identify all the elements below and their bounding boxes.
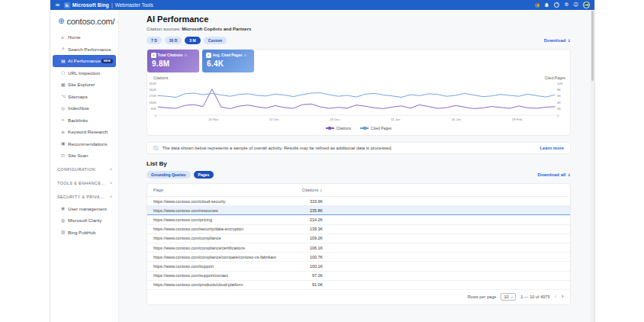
sidebar-item-user-management[interactable]: ◉User management — [53, 203, 116, 215]
sidebar-item-bing-pubhub[interactable]: ▥Bing PubHub — [53, 227, 116, 239]
sidebar-item-site-explorer[interactable]: ▦Site Explorer — [53, 79, 116, 91]
svg-text:90K: 90K — [151, 107, 157, 111]
keyword-research-icon: ≡ — [61, 130, 68, 134]
left-axis-title: Citations — [153, 76, 168, 80]
rows-per-page-select[interactable]: 10 ∨ — [501, 293, 516, 301]
section-label: CONFIGURATION — [57, 167, 95, 172]
legend-item-citations[interactable]: Citations — [326, 126, 351, 130]
citations-cell: 235.8K — [288, 208, 323, 213]
settings-gear-icon[interactable]: ⚙ — [564, 2, 568, 8]
legend-label: Citations — [336, 126, 351, 130]
table-row[interactable]: https://www.contoso.com/resources235.8K — [147, 206, 570, 215]
svg-text:180K: 180K — [149, 101, 156, 105]
svg-text:450K: 450K — [149, 82, 156, 85]
scrollbar-thumb[interactable] — [591, 11, 594, 81]
table-row[interactable]: https://www.contoso.com/support100.1K — [147, 262, 570, 271]
table-row[interactable]: https://www.contoso.com/products/cloud-p… — [147, 281, 570, 290]
sidebar-item-indexnow[interactable]: ◎IndexNow — [53, 102, 116, 114]
page-url-cell: https://www.contoso.com/compliance — [153, 236, 288, 240]
bing-logo-icon[interactable]: b — [64, 2, 70, 8]
sidebar-section-security-privacy[interactable]: SECURITY & PRIVACY∨ — [50, 191, 118, 203]
next-page-button[interactable]: › — [562, 294, 564, 300]
metric-checkbox[interactable]: ✓ — [151, 53, 156, 58]
legend-mark — [326, 127, 334, 129]
range-pill-30-d[interactable]: 30 D — [165, 37, 182, 44]
table-row[interactable]: https://www.contoso.com/compliance109.2K — [147, 234, 570, 243]
sort-desc-icon: ↓ — [320, 188, 323, 192]
brand-divider: | — [111, 2, 113, 8]
tab-pages[interactable]: Pages — [194, 171, 214, 179]
table-row[interactable]: https://www.contoso.com/support/contact9… — [147, 272, 570, 281]
sidebar-item-ai-performance[interactable]: ▤AI PerformanceNEW — [53, 55, 116, 67]
svg-text:0: 0 — [557, 114, 559, 118]
product-name[interactable]: Webmaster Tools — [115, 2, 153, 8]
hamburger-menu-icon[interactable]: ≡ — [55, 2, 60, 8]
citations-cell: 214.2K — [288, 217, 323, 222]
sidebar-item-backlinks[interactable]: ∞Backlinks — [53, 114, 116, 127]
table-row[interactable]: https://www.contoso.com/compliance/certi… — [147, 243, 570, 253]
site-selector[interactable]: ⊕ contoso.com/ ∨ — [50, 10, 118, 31]
citations-chart[interactable]: 450K360K270K180K90K010K8K6K4K2K026 Nov11… — [147, 80, 572, 124]
range-pill-3-m[interactable]: 3 M — [185, 37, 200, 44]
search-performance-icon: ↗ — [61, 47, 68, 51]
range-pill-7-d[interactable]: 7 D — [147, 37, 162, 44]
rewards-icon[interactable] — [535, 3, 539, 8]
download-button[interactable]: Download ↓ — [544, 38, 571, 43]
site-globe-icon: ⊕ — [58, 18, 64, 25]
page-url-cell: https://www.contoso.com/support — [153, 264, 288, 269]
new-badge: NEW — [101, 59, 113, 63]
svg-text:11 Dec: 11 Dec — [269, 118, 279, 121]
site-explorer-icon: ▦ — [61, 82, 68, 87]
sidebar-item-keyword-research[interactable]: ≡Keyword Research — [53, 126, 116, 138]
table-row[interactable]: https://www.contoso.com/pricing214.2K — [147, 215, 570, 224]
vertical-scrollbar[interactable] — [591, 10, 594, 322]
section-label: SECURITY & PRIVACY — [57, 195, 106, 199]
sidebar-item-search-performance[interactable]: ↗Search Performance — [53, 43, 116, 56]
tab-grounding-queries[interactable]: Grounding Queries — [147, 171, 191, 179]
svg-text:10K: 10K — [557, 82, 563, 85]
sidebar-section-configuration[interactable]: CONFIGURATION∨ — [50, 163, 118, 175]
notifications-bell-icon[interactable] — [544, 2, 549, 8]
sidebar-item-microsoft-clarity[interactable]: ◍Microsoft Clarity — [53, 214, 116, 227]
learn-more-link[interactable]: Learn more — [539, 146, 564, 150]
metric-value: 6.4K — [206, 60, 250, 68]
metric-checkbox[interactable]: ✓ — [206, 53, 211, 58]
sidebar-item-site-scan[interactable]: ⊡Site Scan — [53, 150, 116, 162]
download-label: Download — [544, 38, 566, 43]
feedback-icon[interactable]: ☺ — [573, 2, 578, 8]
column-header-citations[interactable]: Citations ↓ — [288, 188, 323, 192]
page-url-cell: https://www.contoso.com/resources — [153, 208, 288, 213]
sidebar-item-home[interactable]: ⌂Home — [53, 31, 116, 43]
brand-name[interactable]: Microsoft Bing — [72, 2, 109, 8]
table-row[interactable]: https://www.contoso.com/cloud-security31… — [147, 197, 570, 206]
previous-page-button[interactable]: ‹ — [555, 294, 557, 300]
help-icon[interactable]: ? — [554, 2, 559, 8]
sidebar-item-recommendations[interactable]: ▣Recommendations — [53, 138, 116, 150]
citation-sources-subtitle: Citation sources: Microsoft Copilots and… — [147, 27, 571, 31]
home-icon: ⌂ — [61, 35, 68, 40]
list-by-tabs: Grounding QueriesPages — [147, 171, 214, 179]
sidebar-item-sitemaps[interactable]: ⌥Sitemaps — [53, 91, 116, 103]
table-row[interactable]: https://www.contoso.com/compliance/compa… — [147, 253, 570, 262]
legend-item-cited-pages[interactable]: Cited Pages — [360, 126, 391, 130]
column-header-page[interactable]: Page — [153, 188, 288, 192]
chevron-down-icon: ∨ — [110, 181, 112, 185]
sidebar-item-label: Home — [68, 34, 81, 40]
table-footer: Rows per page 10 ∨ 1 — 10 of 4975 ‹ › — [147, 290, 570, 304]
metric-tile-total-citations[interactable]: ✓Total Citationsⓘ9.8M — [147, 50, 199, 72]
svg-text:0: 0 — [155, 114, 157, 118]
download-icon: ↓ — [567, 38, 571, 43]
page-url-cell: https://www.contoso.com/products/cloud-p… — [153, 282, 288, 287]
range-pill-custom[interactable]: Custom — [204, 37, 227, 44]
user-avatar[interactable]: CM — [583, 2, 590, 8]
bing-pubhub-icon: ▥ — [61, 230, 68, 234]
sidebar-section-tools-enhanceme[interactable]: TOOLS & ENHANCEME...∨ — [50, 177, 118, 189]
sidebar-item-url-inspection[interactable]: ○URL Inspection — [53, 67, 116, 79]
metric-tile-avg-cited-pages[interactable]: ✓Avg. Cited Pagesⓘ6.4K — [202, 50, 254, 72]
table-row[interactable]: https://www.contoso.com/security/data-en… — [147, 225, 570, 234]
sitemaps-icon: ⌥ — [61, 94, 68, 98]
sidebar-item-label: IndexNow — [68, 105, 89, 111]
controls-row: 7 D30 D3 MCustom Download ↓ — [147, 37, 571, 44]
download-all-label: Download all — [537, 172, 565, 177]
download-all-button[interactable]: Download all ↓ — [537, 172, 571, 177]
